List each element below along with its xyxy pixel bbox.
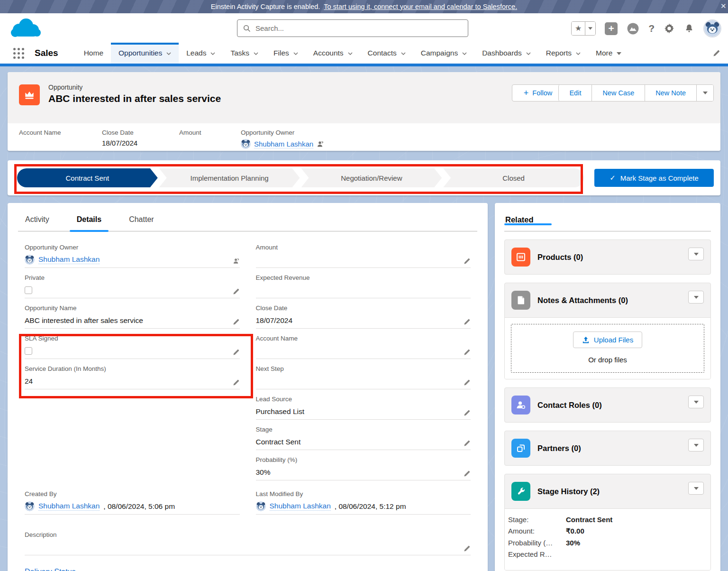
tab-chatter[interactable]: Chatter [122, 211, 161, 231]
stage-history-card-title[interactable]: Stage History (2) [537, 487, 681, 496]
record-highlights-panel: Opportunity ABC interested in after sale… [8, 72, 720, 151]
user-avatar [256, 501, 266, 511]
field-label: Amount [179, 129, 241, 136]
edit-pencil-icon[interactable] [233, 288, 240, 295]
upload-files-button[interactable]: Upload Files [573, 332, 642, 348]
nav-tab-tasks[interactable]: Tasks [223, 43, 266, 64]
owner-link[interactable]: Shubham Lashkan [254, 140, 313, 148]
edit-pencil-icon[interactable] [233, 379, 240, 386]
path-stage-closed[interactable]: Closed [443, 168, 584, 187]
field-label: Close Date [102, 129, 179, 136]
stage-history-row: Expected R… [508, 550, 707, 558]
contact-roles-actions-caret-button[interactable] [688, 396, 704, 408]
edit-button[interactable]: Edit [559, 85, 592, 101]
mark-stage-complete-button[interactable]: ✓ Mark Stage as Complete [594, 169, 714, 187]
sales-path-panel: Contract Sent Implementation Planning Ne… [8, 160, 720, 195]
partners-card-title[interactable]: Partners (0) [537, 444, 681, 453]
record-entity-label: Opportunity [48, 83, 82, 91]
nav-tab-contacts[interactable]: Contacts [360, 43, 413, 64]
sla-signed-checkbox[interactable] [25, 347, 32, 355]
follow-button[interactable]: +Follow [512, 84, 564, 101]
notifications-bell-button[interactable] [684, 23, 694, 34]
nav-tab-opportunities[interactable]: Opportunities [111, 43, 179, 64]
field-opportunity-name: Opportunity Name ABC interested in after… [25, 304, 240, 329]
field-label: Account Name [19, 129, 102, 136]
edit-pencil-icon[interactable] [464, 440, 471, 447]
favorites-caret-button[interactable] [585, 22, 595, 35]
tab-related[interactable]: Related [504, 211, 535, 224]
nav-tab-dashboards[interactable]: Dashboards [474, 43, 538, 64]
path-stage-implementation-planning[interactable]: Implementation Planning [159, 168, 300, 187]
path-stage-contract-sent[interactable]: Contract Sent [17, 168, 158, 187]
contact-roles-card-title[interactable]: Contact Roles (0) [537, 401, 681, 410]
record-key-fields: Account Name Close Date 18/07/2024 Amoun… [8, 123, 720, 151]
nav-tab-campaigns[interactable]: Campaigns [413, 43, 474, 64]
nav-tab-leads[interactable]: Leads [179, 43, 223, 64]
stage-history-row: Stage: Contract Sent [508, 516, 707, 524]
edit-pencil-icon[interactable] [464, 545, 471, 552]
path-stage-negotiation-review[interactable]: Negotiation/Review [301, 168, 442, 187]
app-name: Sales [35, 48, 58, 58]
field-created-by: Created By Shubham Lashkan , 08/06/2024,… [25, 490, 240, 515]
field-next-step: Next Step [256, 365, 471, 389]
edit-pencil-icon[interactable] [464, 379, 471, 386]
products-actions-caret-button[interactable] [688, 248, 704, 260]
edit-pencil-icon[interactable] [464, 409, 471, 416]
banner-connect-link[interactable]: To start using it, connect your email an… [324, 3, 517, 10]
stage-history-actions-caret-button[interactable] [688, 482, 704, 495]
field-lead-source: Lead Source Purchased List [256, 396, 471, 420]
edit-pencil-icon[interactable] [464, 470, 471, 477]
global-search[interactable] [237, 19, 468, 37]
nav-tab-reports[interactable]: Reports [538, 43, 588, 64]
stage-history-row: Probability (… 30% [508, 539, 707, 547]
private-checkbox[interactable] [25, 286, 32, 294]
products-card-title[interactable]: Products (0) [537, 253, 681, 262]
salesforce-logo-icon [9, 17, 43, 39]
nav-tab-files[interactable]: Files [266, 43, 306, 64]
drop-files-hint: Or drop files [516, 356, 699, 364]
change-owner-icon[interactable] [317, 140, 324, 148]
banner-close-icon[interactable]: ✕ [720, 2, 728, 10]
field-account-name: Account Name [256, 335, 471, 359]
guidance-center-button[interactable] [627, 22, 639, 35]
quick-create-button[interactable]: + [605, 22, 618, 35]
tab-details[interactable]: Details [70, 211, 109, 231]
delivery-status-section-link[interactable]: Delivery Status [25, 568, 471, 571]
notes-card-title[interactable]: Notes & Attachments (0) [537, 296, 681, 305]
contact-roles-icon [511, 396, 530, 414]
banner-text: Einstein Activity Capture is enabled. [211, 3, 320, 10]
change-owner-icon[interactable] [233, 258, 240, 265]
tab-activity[interactable]: Activity [18, 211, 56, 231]
search-input[interactable] [255, 24, 462, 32]
new-note-button[interactable]: New Note [645, 85, 696, 101]
nav-tab-home[interactable]: Home [76, 43, 111, 64]
app-navigation-bar: Sales Home Opportunities Leads Tasks Fil… [0, 43, 728, 64]
modified-by-user-link[interactable]: Shubham Lashkan [270, 502, 331, 511]
new-case-button[interactable]: New Case [592, 85, 645, 101]
profile-avatar-button[interactable] [703, 19, 721, 37]
edit-pencil-icon[interactable] [233, 349, 240, 356]
nav-tab-accounts[interactable]: Accounts [306, 43, 360, 64]
upload-icon [582, 336, 590, 344]
notes-actions-caret-button[interactable] [688, 291, 704, 304]
related-card-contact-roles: Contact Roles (0) [504, 387, 711, 423]
related-card-notes-attachments: Notes & Attachments (0) Upload Files Or … [504, 283, 711, 379]
checkmark-icon: ✓ [610, 174, 616, 182]
partners-actions-caret-button[interactable] [688, 439, 704, 451]
edit-pencil-icon[interactable] [464, 258, 471, 265]
edit-pencil-icon[interactable] [233, 318, 240, 325]
user-avatar [25, 501, 35, 511]
owner-link[interactable]: Shubham Lashkan [38, 255, 100, 264]
file-dropzone[interactable]: Upload Files Or drop files [511, 324, 704, 373]
edit-pencil-icon[interactable] [464, 349, 471, 356]
more-actions-caret-button[interactable] [696, 85, 713, 101]
favorites-star-button[interactable]: ★ [572, 22, 585, 35]
setup-gear-button[interactable] [664, 23, 675, 34]
help-button[interactable]: ? [648, 23, 655, 34]
app-launcher-button[interactable] [13, 48, 24, 59]
created-by-user-link[interactable]: Shubham Lashkan [38, 502, 100, 511]
edit-pencil-icon[interactable] [464, 318, 471, 325]
nav-tab-more[interactable]: More [588, 43, 629, 64]
edit-navigation-pencil-icon[interactable] [713, 49, 720, 57]
field-expected-revenue: Expected Revenue [256, 274, 471, 298]
